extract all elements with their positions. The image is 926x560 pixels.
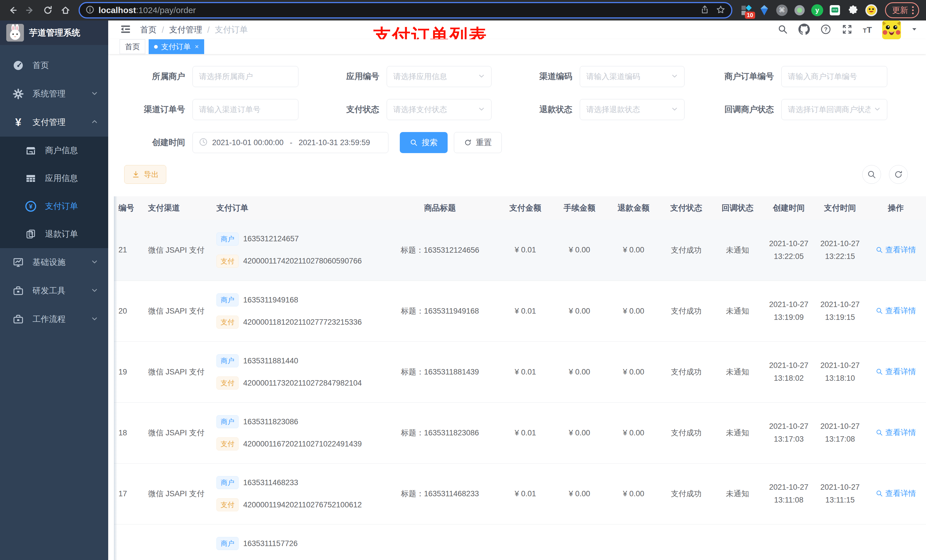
notify-status-select[interactable]: 请选择订单回调商户状态 bbox=[781, 99, 887, 120]
cell-pay-time: 2021-10-2713:19:15 bbox=[814, 281, 865, 341]
extensions-puzzle-icon[interactable] bbox=[847, 4, 859, 17]
github-icon[interactable] bbox=[799, 24, 810, 36]
caret-down-icon[interactable] bbox=[911, 26, 917, 33]
sidebar-item-app-info[interactable]: 应用信息 bbox=[0, 165, 108, 192]
reset-button[interactable]: 重置 bbox=[454, 132, 502, 153]
sidebar-item-merchant-info[interactable]: 商户信息 bbox=[0, 137, 108, 165]
close-icon[interactable]: × bbox=[195, 43, 199, 51]
view-detail-link[interactable]: 查看详情 bbox=[876, 367, 916, 377]
share-icon[interactable] bbox=[700, 5, 710, 16]
sidebar-item-refund-order[interactable]: 退款订单 bbox=[0, 220, 108, 248]
pay-status-select[interactable]: 请选择支付状态 bbox=[387, 99, 492, 120]
magnifier-icon bbox=[876, 368, 883, 375]
cell-channel: 微信 JSAPI 支付 bbox=[134, 281, 205, 341]
view-detail-link[interactable]: 查看详情 bbox=[876, 245, 916, 255]
site-info-icon[interactable] bbox=[85, 5, 95, 15]
chevron-down-icon bbox=[671, 72, 678, 80]
toggle-search-button[interactable] bbox=[862, 165, 881, 184]
orders-table: 编号 支付渠道 支付订单 商品标题 支付金额 手续金额 退款金额 支付状态 回调… bbox=[114, 196, 926, 560]
sidebar-item-dev-tools[interactable]: 研发工具 bbox=[0, 276, 108, 305]
cell-channel: 微信 JSAPI 支付 bbox=[134, 463, 205, 524]
view-detail-link[interactable]: 查看详情 bbox=[876, 427, 916, 438]
breadcrumb-home[interactable]: 首页 bbox=[140, 24, 157, 36]
table-body: 21 微信 JSAPI 支付 商户 1635312124657 支付 42000… bbox=[114, 220, 926, 560]
app-select[interactable]: 请选择应用信息 bbox=[387, 66, 492, 87]
magnifier-icon bbox=[876, 307, 883, 314]
cell-pay-time: 2021-10-2713:22:15 bbox=[814, 220, 865, 281]
cell-fee bbox=[552, 524, 607, 560]
sidebar-item-home[interactable]: 首页 bbox=[0, 51, 108, 80]
cell-amount: ¥ 0.01 bbox=[498, 341, 552, 402]
cell-actions: 查看详情 bbox=[865, 281, 926, 341]
browser-back-icon[interactable] bbox=[5, 3, 20, 18]
cell-notify-status: 未通知 bbox=[712, 463, 763, 524]
export-button[interactable]: 导出 bbox=[124, 165, 166, 184]
cell-create-time: 2021-10-2713:17:03 bbox=[763, 402, 814, 463]
filter-label: 创建时间 bbox=[120, 137, 185, 148]
user-avatar[interactable] bbox=[882, 21, 901, 39]
extension-icon[interactable] bbox=[758, 4, 770, 17]
create-time-range-picker[interactable]: 2021-10-01 00:00:00 - 2021-10-31 23:59:5… bbox=[192, 132, 388, 153]
pay-tag: 支付 bbox=[216, 315, 239, 329]
extension-icon[interactable]: 10 bbox=[740, 4, 752, 17]
cell-channel bbox=[134, 524, 205, 560]
browser-forward-icon[interactable] bbox=[23, 3, 38, 18]
view-detail-link[interactable]: 查看详情 bbox=[876, 306, 916, 316]
search-icon[interactable] bbox=[777, 24, 788, 36]
browser-toolbar: localhost:1024/pay/order 10 ⌘ bbox=[0, 0, 926, 21]
tag-pay-order[interactable]: 支付订单 × bbox=[149, 39, 204, 54]
bookmark-star-icon[interactable] bbox=[716, 5, 726, 16]
cell-actions: 查看详情 bbox=[865, 220, 926, 281]
profile-avatar-icon[interactable] bbox=[865, 4, 878, 17]
browser-home-icon[interactable] bbox=[58, 3, 73, 18]
help-icon[interactable]: ? bbox=[820, 24, 831, 36]
merchant-order-no-input[interactable] bbox=[781, 66, 887, 87]
filter-label: 支付状态 bbox=[311, 104, 379, 115]
breadcrumb-payment[interactable]: 支付管理 bbox=[169, 24, 202, 36]
merchant-input[interactable] bbox=[192, 66, 298, 87]
refresh-button[interactable] bbox=[889, 165, 908, 184]
cell-id: 18 bbox=[114, 402, 134, 463]
cell-actions: 查看详情 bbox=[865, 463, 926, 524]
svg-text:?: ? bbox=[824, 26, 828, 32]
tags-view-bar: 首页 支付订单 × bbox=[108, 39, 926, 54]
table-row: 20 微信 JSAPI 支付 商户 1635311949168 支付 42000… bbox=[114, 281, 926, 341]
merchant-tag: 商户 bbox=[216, 293, 239, 306]
extension-icon[interactable] bbox=[793, 4, 806, 17]
sidebar-item-system[interactable]: 系统管理 bbox=[0, 80, 108, 108]
browser-reload-icon[interactable] bbox=[41, 3, 55, 18]
address-bar[interactable]: localhost:1024/pay/order bbox=[79, 2, 732, 18]
sidebar-item-payment[interactable]: ¥ 支付管理 bbox=[0, 108, 108, 137]
sidebar-item-infrastructure[interactable]: 基础设施 bbox=[0, 248, 108, 276]
cell-title: 标题：1635311949168 bbox=[381, 281, 498, 341]
clock-icon bbox=[199, 138, 207, 147]
cell-amount bbox=[498, 524, 552, 560]
fullscreen-icon[interactable] bbox=[842, 24, 853, 36]
cell-create-time bbox=[763, 524, 814, 560]
sidebar-item-label: 退款订单 bbox=[45, 228, 78, 240]
channel-order-no-input[interactable] bbox=[192, 99, 298, 120]
tag-home[interactable]: 首页 bbox=[120, 39, 145, 54]
sidebar-item-pay-order[interactable]: ¥ 支付订单 bbox=[0, 192, 108, 220]
extension-icon[interactable] bbox=[829, 4, 841, 17]
chevron-down-icon bbox=[91, 258, 98, 267]
magnifier-icon bbox=[876, 246, 883, 254]
font-size-icon[interactable]: TT bbox=[863, 25, 872, 35]
merchant-order-no: 1635312124657 bbox=[243, 234, 299, 243]
cell-pay-time: 2021-10-2713:11:15 bbox=[814, 463, 865, 524]
cell-channel: 微信 JSAPI 支付 bbox=[134, 341, 205, 402]
sidebar-item-label: 商户信息 bbox=[45, 145, 78, 156]
col-pay-status: 支付状态 bbox=[661, 196, 712, 220]
sidebar-item-workflow[interactable]: 工作流程 bbox=[0, 305, 108, 334]
extension-icon[interactable]: ⌘ bbox=[776, 5, 788, 16]
cell-id: 19 bbox=[114, 341, 134, 402]
view-detail-link[interactable]: 查看详情 bbox=[876, 488, 916, 498]
cell-channel: 微信 JSAPI 支付 bbox=[134, 402, 205, 463]
browser-update-menu-button[interactable]: 更新 bbox=[885, 2, 919, 18]
channel-code-select[interactable]: 请输入渠道编码 bbox=[580, 66, 684, 87]
extension-icon[interactable]: y bbox=[811, 5, 823, 16]
refund-status-select[interactable]: 请选择退款状态 bbox=[580, 99, 684, 120]
sidebar-collapse-icon[interactable] bbox=[120, 23, 132, 36]
gear-icon bbox=[12, 88, 24, 100]
search-button[interactable]: 搜索 bbox=[400, 132, 448, 153]
